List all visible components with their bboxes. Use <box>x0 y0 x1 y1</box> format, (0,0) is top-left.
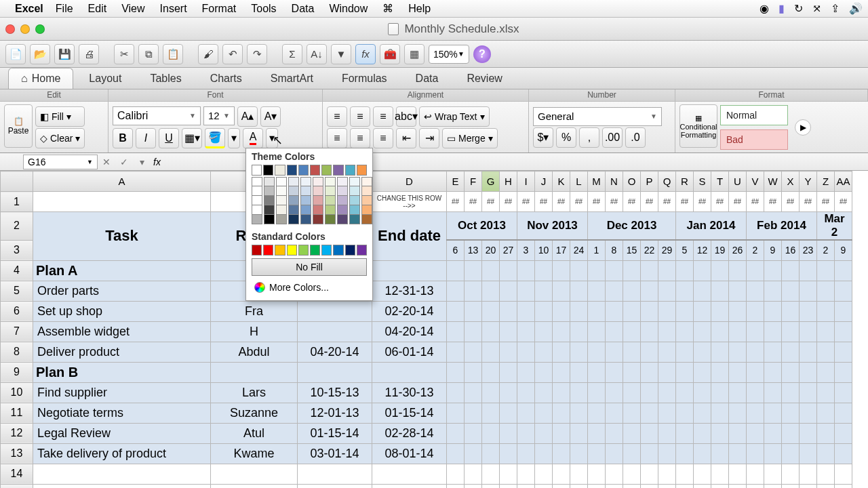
cell[interactable] <box>747 382 764 403</box>
cell[interactable] <box>482 362 500 382</box>
cell[interactable] <box>764 403 782 423</box>
cell[interactable]: ## <box>570 192 588 212</box>
cell[interactable] <box>606 342 623 362</box>
cell[interactable]: Plan A <box>33 260 211 281</box>
color-swatch[interactable] <box>333 245 343 256</box>
cell[interactable] <box>482 464 500 484</box>
cell[interactable] <box>817 362 835 382</box>
cell[interactable] <box>800 443 817 464</box>
cell[interactable] <box>694 260 711 281</box>
copy-button[interactable]: ⧉ <box>138 44 159 64</box>
cell[interactable] <box>606 403 623 423</box>
cell[interactable]: Kwame <box>211 443 298 464</box>
color-swatch[interactable] <box>345 165 355 176</box>
cell[interactable] <box>623 321 641 342</box>
col-header[interactable]: F <box>465 171 482 192</box>
cell[interactable] <box>800 423 817 443</box>
cell[interactable] <box>535 281 553 301</box>
cell[interactable]: 3 <box>517 240 535 260</box>
cell[interactable] <box>465 484 482 488</box>
cell[interactable] <box>782 281 800 301</box>
show-formula-button[interactable]: fx <box>355 44 376 64</box>
cell[interactable] <box>465 403 482 423</box>
cell[interactable] <box>623 464 641 484</box>
cell[interactable]: 9 <box>764 240 782 260</box>
decrease-indent-button[interactable]: ⇤ <box>396 128 416 148</box>
cell[interactable] <box>764 362 782 382</box>
cell[interactable] <box>641 362 658 382</box>
cell[interactable] <box>500 443 517 464</box>
cell[interactable] <box>782 382 800 403</box>
cell[interactable] <box>658 484 676 488</box>
cell[interactable] <box>658 423 676 443</box>
cell[interactable] <box>782 260 800 281</box>
cell[interactable]: ## <box>835 192 852 212</box>
cell[interactable] <box>800 484 817 488</box>
style-normal[interactable]: Normal <box>720 105 788 125</box>
color-swatch[interactable] <box>288 215 299 224</box>
cell[interactable] <box>553 464 570 484</box>
styles-more-button[interactable]: ▶ <box>795 119 811 136</box>
color-swatch[interactable] <box>325 205 336 215</box>
cell[interactable] <box>500 281 517 301</box>
align-top-button[interactable]: ≡ <box>327 106 347 127</box>
cell[interactable] <box>800 260 817 281</box>
cell[interactable] <box>817 484 835 488</box>
cell[interactable] <box>606 443 623 464</box>
cell[interactable] <box>764 260 782 281</box>
cell[interactable] <box>482 423 500 443</box>
cell[interactable] <box>482 281 500 301</box>
cell[interactable] <box>817 403 835 423</box>
col-header[interactable]: V <box>747 171 764 192</box>
cell[interactable] <box>800 342 817 362</box>
cell[interactable]: ## <box>535 192 553 212</box>
color-swatch[interactable] <box>298 245 309 256</box>
cell[interactable] <box>835 464 852 484</box>
cell[interactable] <box>658 464 676 484</box>
cell[interactable] <box>553 382 570 403</box>
cell[interactable]: Negotiate terms <box>33 403 211 423</box>
cell[interactable] <box>658 321 676 342</box>
cell[interactable] <box>500 423 517 443</box>
cell[interactable] <box>729 443 747 464</box>
col-header[interactable]: Q <box>658 171 676 192</box>
cell[interactable] <box>623 301 641 321</box>
cell[interactable]: Nov 2013 <box>517 212 588 241</box>
cell[interactable]: ## <box>764 192 782 212</box>
cell[interactable] <box>641 260 658 281</box>
row-header[interactable]: 15 <box>1 484 33 488</box>
align-bottom-button[interactable]: ≡ <box>373 106 393 127</box>
orientation-button[interactable]: abc▾ <box>396 106 416 127</box>
row-header[interactable]: 2 <box>1 212 33 241</box>
cell[interactable] <box>447 423 465 443</box>
autosum-button[interactable]: Σ <box>282 44 302 64</box>
cell[interactable] <box>800 382 817 403</box>
row-header[interactable]: 7 <box>1 321 33 342</box>
cell[interactable] <box>606 281 623 301</box>
cell[interactable] <box>835 301 852 321</box>
fill-button[interactable]: ◧ Fill ▾ <box>35 106 85 127</box>
color-swatch[interactable] <box>313 177 323 186</box>
cell[interactable]: 08-01-14 <box>372 443 447 464</box>
toolbox-button[interactable]: 🧰 <box>380 44 400 64</box>
col-header[interactable]: X <box>782 171 800 192</box>
cell[interactable] <box>676 423 694 443</box>
cell[interactable] <box>606 382 623 403</box>
color-swatch[interactable] <box>300 186 311 196</box>
cell[interactable] <box>588 301 606 321</box>
tab-tables[interactable]: Tables <box>137 68 194 89</box>
cell[interactable]: Plan B <box>33 362 211 382</box>
cell[interactable]: Take delivery of product <box>33 443 211 464</box>
sort-button[interactable]: A↓ <box>307 44 327 64</box>
cell[interactable] <box>835 281 852 301</box>
cell[interactable]: 13 <box>465 240 482 260</box>
cell[interactable] <box>623 260 641 281</box>
cell[interactable] <box>588 362 606 382</box>
paste-button[interactable]: 📋Paste <box>4 104 33 148</box>
cell[interactable]: Task <box>33 212 211 261</box>
cell[interactable] <box>535 403 553 423</box>
confirm-formula-button[interactable]: ✓ <box>115 155 133 169</box>
cell[interactable] <box>465 362 482 382</box>
cell[interactable]: 12-01-13 <box>298 403 372 423</box>
font-size-select[interactable]: 12▼ <box>203 106 235 125</box>
